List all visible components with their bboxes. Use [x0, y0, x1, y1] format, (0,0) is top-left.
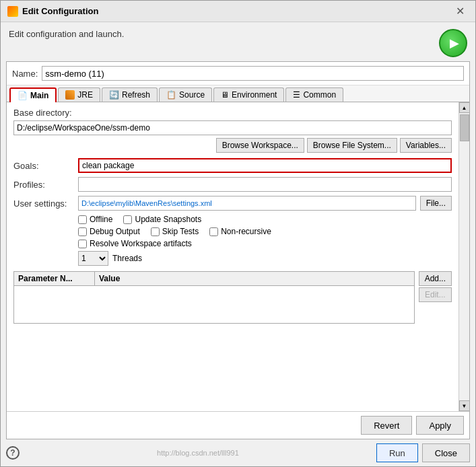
- footer-buttons: Run Close: [376, 443, 470, 462]
- refresh-icon: 🔄: [109, 90, 119, 100]
- scroll-down-button[interactable]: ▼: [459, 400, 470, 411]
- offline-label: Offline: [90, 215, 112, 224]
- help-icon[interactable]: ?: [6, 446, 20, 460]
- variables-button[interactable]: Variables...: [400, 138, 452, 153]
- update-snapshots-checkbox[interactable]: [123, 215, 132, 224]
- tab-common[interactable]: ☰ Common: [285, 87, 343, 102]
- profiles-input[interactable]: [78, 177, 452, 192]
- skip-tests-checkbox[interactable]: [151, 227, 160, 236]
- resolve-workspace-checkbox-item: Resolve Workspace artifacts: [78, 239, 192, 248]
- name-input[interactable]: [42, 66, 464, 81]
- title-bar: Edit Configuration ✕: [1, 1, 475, 22]
- scroll-up-button[interactable]: ▲: [459, 102, 470, 113]
- checkboxes-row-2: Debug Output Skip Tests Non-recursive: [78, 227, 452, 236]
- debug-output-checkbox-item: Debug Output: [78, 227, 140, 236]
- run-button[interactable]: Run: [376, 443, 418, 462]
- tab-source[interactable]: 📋 Source: [159, 87, 212, 102]
- param-table-header: Parameter N... Value: [14, 272, 414, 286]
- param-value-header: Value: [95, 272, 414, 285]
- skip-tests-checkbox-item: Skip Tests: [151, 227, 199, 236]
- resolve-workspace-checkbox[interactable]: [78, 240, 87, 248]
- edit-button[interactable]: Edit...: [419, 287, 452, 302]
- non-recursive-checkbox-item: Non-recursive: [209, 227, 271, 236]
- close-button[interactable]: Close: [422, 443, 470, 462]
- tab-environment[interactable]: 🖥 Environment: [213, 87, 284, 102]
- tabs-row: 📄 Main JRE 🔄 Refresh 📋 Source 🖥 Environm…: [7, 85, 469, 102]
- browse-file-system-button[interactable]: Browse File System...: [307, 138, 397, 153]
- skip-tests-label: Skip Tests: [162, 227, 199, 236]
- close-icon[interactable]: ✕: [452, 5, 469, 18]
- update-snapshots-checkbox-item: Update Snapshots: [123, 215, 201, 224]
- common-icon: ☰: [293, 90, 300, 100]
- tab-environment-label: Environment: [232, 90, 277, 100]
- file-button[interactable]: File...: [420, 196, 452, 211]
- scrollable-area: Base directory: Browse Workspace... Brow…: [7, 102, 469, 411]
- title-bar-left: Edit Configuration: [7, 6, 98, 17]
- browse-workspace-button[interactable]: Browse Workspace...: [216, 138, 304, 153]
- footer-bar: ? http://blog.csdn.net/lll991 Run Close: [1, 439, 475, 466]
- goals-row: Goals:: [13, 158, 452, 173]
- param-buttons: Add... Edit...: [419, 271, 452, 324]
- tab-source-label: Source: [179, 90, 205, 100]
- base-directory-section: Base directory:: [13, 108, 452, 135]
- tab-refresh-label: Refresh: [122, 90, 150, 100]
- tab-refresh[interactable]: 🔄 Refresh: [102, 87, 158, 102]
- header-text: Edit configuration and launch.: [9, 29, 124, 39]
- base-directory-input[interactable]: [13, 120, 452, 135]
- apply-button[interactable]: Apply: [416, 416, 464, 435]
- source-icon: 📋: [166, 90, 176, 100]
- tab-common-label: Common: [303, 90, 336, 100]
- browse-buttons-row: Browse Workspace... Browse File System..…: [78, 138, 452, 153]
- param-name-header: Parameter N...: [14, 272, 95, 285]
- scrollbar: ▲ ▼: [458, 102, 469, 411]
- user-settings-label: User settings:: [13, 199, 74, 209]
- content-area: Name: 📄 Main JRE 🔄 Refresh 📋 Source 🖥: [6, 61, 470, 439]
- user-settings-input[interactable]: [78, 196, 416, 211]
- debug-output-checkbox[interactable]: [78, 227, 87, 236]
- form-scroll: Base directory: Browse Workspace... Brow…: [7, 102, 458, 411]
- threads-select[interactable]: 1 2 4: [78, 251, 108, 266]
- checkboxes-row-3: Resolve Workspace artifacts: [78, 239, 452, 248]
- header-section: Edit configuration and launch.: [1, 22, 475, 61]
- tab-main-label: Main: [30, 91, 48, 100]
- update-snapshots-label: Update Snapshots: [135, 215, 201, 224]
- tab-jre-label: JRE: [77, 90, 93, 100]
- profiles-row: Profiles:: [13, 177, 452, 192]
- bottom-bar: Revert Apply: [7, 411, 469, 439]
- goals-input[interactable]: [78, 158, 452, 173]
- offline-checkbox[interactable]: [78, 215, 87, 224]
- debug-output-label: Debug Output: [90, 227, 140, 236]
- checkboxes-row-1: Offline Update Snapshots: [78, 215, 452, 224]
- threads-row: 1 2 4 Threads: [78, 251, 452, 266]
- page-icon: 📄: [18, 91, 28, 100]
- parameter-table: Parameter N... Value: [13, 271, 415, 324]
- dialog-title: Edit Configuration: [22, 6, 98, 16]
- non-recursive-checkbox[interactable]: [209, 227, 218, 236]
- profiles-label: Profiles:: [13, 180, 74, 190]
- threads-label: Threads: [112, 254, 142, 263]
- name-label: Name:: [12, 69, 38, 79]
- base-directory-label: Base directory:: [13, 108, 452, 118]
- footer-url: http://blog.csdn.net/lll991: [157, 449, 239, 457]
- revert-button[interactable]: Revert: [361, 416, 412, 435]
- env-icon: 🖥: [221, 90, 229, 100]
- goals-label: Goals:: [13, 161, 74, 171]
- jre-icon: [65, 90, 75, 100]
- add-button[interactable]: Add...: [419, 271, 452, 286]
- run-button-icon[interactable]: [439, 29, 467, 57]
- scroll-thumb[interactable]: [460, 114, 469, 141]
- user-settings-row: User settings: File...: [13, 196, 452, 211]
- offline-checkbox-item: Offline: [78, 215, 112, 224]
- resolve-workspace-label: Resolve Workspace artifacts: [90, 239, 192, 248]
- tab-jre[interactable]: JRE: [58, 87, 100, 102]
- param-table-body: [14, 286, 414, 323]
- tab-main[interactable]: 📄 Main: [9, 87, 57, 102]
- edit-configuration-dialog: Edit Configuration ✕ Edit configuration …: [0, 0, 476, 467]
- name-row: Name:: [7, 62, 469, 85]
- non-recursive-label: Non-recursive: [221, 227, 271, 236]
- dialog-icon: [7, 6, 18, 17]
- parameter-table-section: Parameter N... Value Add... Edit...: [13, 271, 452, 324]
